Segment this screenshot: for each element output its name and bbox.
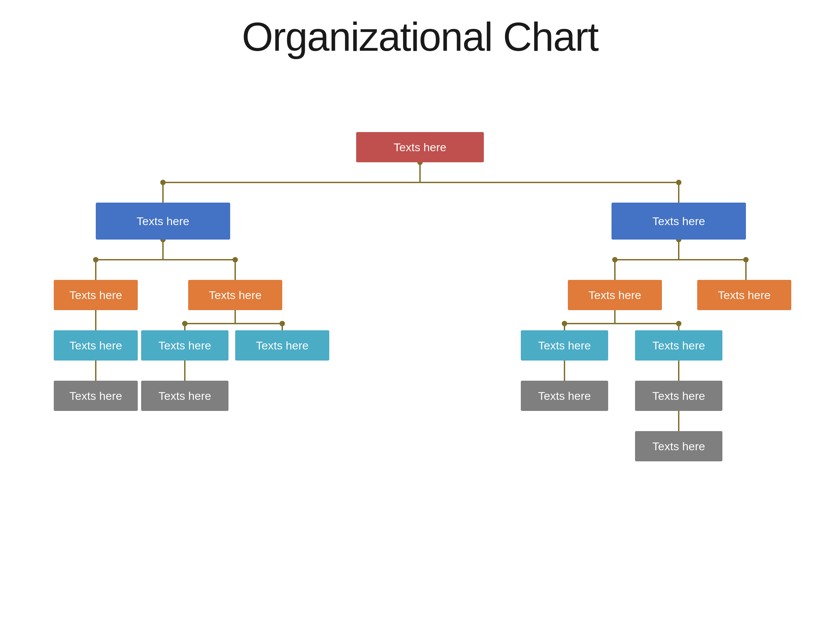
- node-l3-rlr[interactable]: Texts here: [635, 330, 722, 360]
- node-l2-lr[interactable]: Texts here: [188, 280, 282, 310]
- svg-point-29: [279, 321, 285, 326]
- org-chart: Texts here Texts here Texts here Texts h…: [33, 80, 807, 617]
- node-l2-ll[interactable]: Texts here: [54, 280, 138, 310]
- svg-point-12: [93, 257, 98, 262]
- node-l4-lll[interactable]: Texts here: [54, 381, 138, 411]
- node-l3-lll[interactable]: Texts here: [54, 330, 138, 360]
- node-l1-left[interactable]: Texts here: [96, 203, 230, 240]
- svg-point-6: [676, 180, 681, 185]
- node-l1-right[interactable]: Texts here: [611, 203, 746, 240]
- svg-point-28: [182, 321, 188, 326]
- page: Organizational Chart: [0, 0, 840, 630]
- node-l4-lrl[interactable]: Texts here: [141, 381, 229, 411]
- svg-point-19: [612, 257, 617, 262]
- node-l3-rll[interactable]: Texts here: [521, 330, 608, 360]
- node-l2-rr[interactable]: Texts here: [697, 280, 791, 310]
- svg-point-20: [743, 257, 748, 262]
- node-l2-rl[interactable]: Texts here: [568, 280, 662, 310]
- page-title: Organizational Chart: [242, 13, 598, 60]
- node-l4-rll[interactable]: Texts here: [521, 381, 608, 411]
- node-l5-rlr[interactable]: Texts here: [635, 431, 722, 461]
- svg-point-36: [676, 321, 681, 326]
- svg-point-5: [160, 180, 166, 185]
- node-root[interactable]: Texts here: [356, 132, 484, 162]
- node-l3-lrr[interactable]: Texts here: [235, 330, 329, 360]
- node-l3-lrl[interactable]: Texts here: [141, 330, 229, 360]
- svg-point-35: [562, 321, 567, 326]
- svg-point-13: [232, 257, 238, 262]
- node-l4-rlr[interactable]: Texts here: [635, 381, 722, 411]
